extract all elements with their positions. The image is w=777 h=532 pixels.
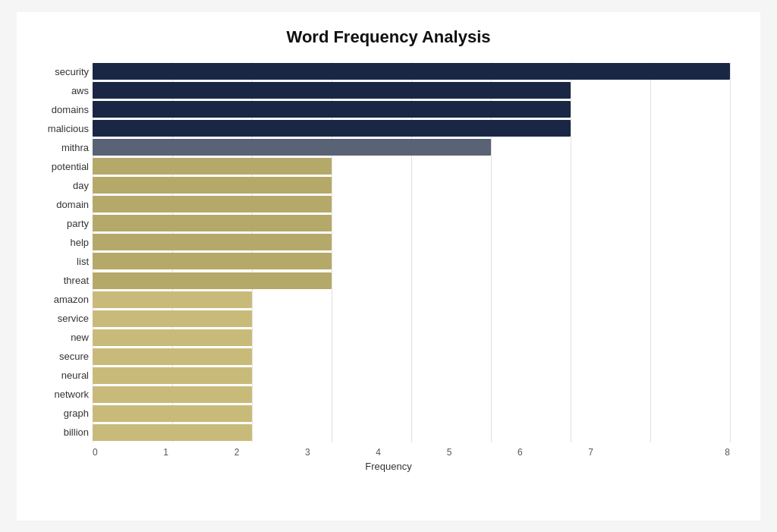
- chart-title: Word Frequency Analysis: [32, 27, 745, 47]
- grid-line: [730, 62, 731, 442]
- bar-label: network: [28, 389, 89, 400]
- x-tick: 6: [517, 447, 588, 458]
- bar-row: malicious: [93, 119, 730, 138]
- bar-label: secure: [28, 351, 89, 362]
- bar-label: help: [28, 237, 89, 248]
- x-axis-label: Frequency: [32, 461, 745, 472]
- x-tick: 4: [376, 447, 446, 458]
- bar-row: new: [93, 328, 730, 347]
- bar-fill: [93, 196, 332, 212]
- bar-row: security: [93, 62, 730, 81]
- bar-label: aws: [28, 85, 89, 96]
- bar-fill: [93, 310, 252, 327]
- bar-label: mithra: [28, 142, 89, 153]
- bar-label: potential: [28, 161, 89, 172]
- bar-label: new: [28, 332, 89, 343]
- bar-fill: [93, 234, 332, 250]
- bar-label: domain: [28, 199, 89, 210]
- bar-row: list: [93, 252, 730, 271]
- bar-label: list: [28, 256, 89, 267]
- bar-label: amazon: [28, 294, 89, 305]
- chart-container: Word Frequency Analysis securityawsdomai…: [17, 12, 760, 521]
- x-tick: 5: [447, 447, 517, 458]
- x-tick: 1: [163, 447, 234, 458]
- bar-row: threat: [93, 271, 730, 290]
- bar-fill: [93, 367, 252, 384]
- bar-row: domains: [93, 100, 730, 119]
- bar-row: help: [93, 233, 730, 252]
- bar-row: aws: [93, 81, 730, 100]
- bar-fill: [93, 405, 252, 422]
- bar-fill: [93, 272, 332, 289]
- bar-row: secure: [93, 347, 730, 366]
- bar-fill: [93, 158, 332, 175]
- bar-fill: [93, 101, 571, 118]
- bar-row: billion: [93, 423, 730, 442]
- bar-fill: [93, 82, 571, 99]
- x-axis: 012345678: [32, 447, 745, 458]
- bar-fill: [93, 139, 491, 156]
- bar-label: billion: [28, 427, 89, 438]
- bar-fill: [93, 424, 252, 441]
- bar-fill: [93, 329, 252, 346]
- bar-fill: [93, 291, 252, 308]
- bar-fill: [93, 63, 730, 80]
- bar-fill: [93, 348, 252, 365]
- bar-fill: [93, 386, 252, 403]
- chart-area: securityawsdomainsmaliciousmithrapotenti…: [32, 62, 745, 472]
- x-tick: 8: [659, 447, 730, 458]
- bar-label: malicious: [28, 123, 89, 134]
- bar-label: neural: [28, 370, 89, 381]
- bar-label: party: [28, 218, 89, 229]
- bar-label: service: [28, 313, 89, 324]
- bar-row: amazon: [93, 290, 730, 309]
- bar-fill: [93, 177, 332, 194]
- x-tick: 7: [588, 447, 659, 458]
- bar-chart: securityawsdomainsmaliciousmithrapotenti…: [32, 62, 745, 442]
- bar-fill: [93, 120, 571, 137]
- bar-label: threat: [28, 275, 89, 286]
- bar-label: security: [28, 66, 89, 77]
- bar-row: graph: [93, 404, 730, 423]
- bar-row: service: [93, 309, 730, 328]
- x-tick: 2: [234, 447, 305, 458]
- bar-label: graph: [28, 408, 89, 419]
- bar-row: network: [93, 385, 730, 404]
- bar-label: day: [28, 180, 89, 191]
- bar-row: domain: [93, 195, 730, 214]
- x-tick: 0: [93, 447, 163, 458]
- bar-row: day: [93, 176, 730, 195]
- bar-fill: [93, 215, 332, 231]
- bar-row: mithra: [93, 138, 730, 157]
- bar-row: potential: [93, 157, 730, 176]
- x-tick: 3: [305, 447, 376, 458]
- bar-row: neural: [93, 366, 730, 385]
- bar-row: party: [93, 214, 730, 233]
- bar-fill: [93, 253, 332, 269]
- bar-label: domains: [28, 104, 89, 115]
